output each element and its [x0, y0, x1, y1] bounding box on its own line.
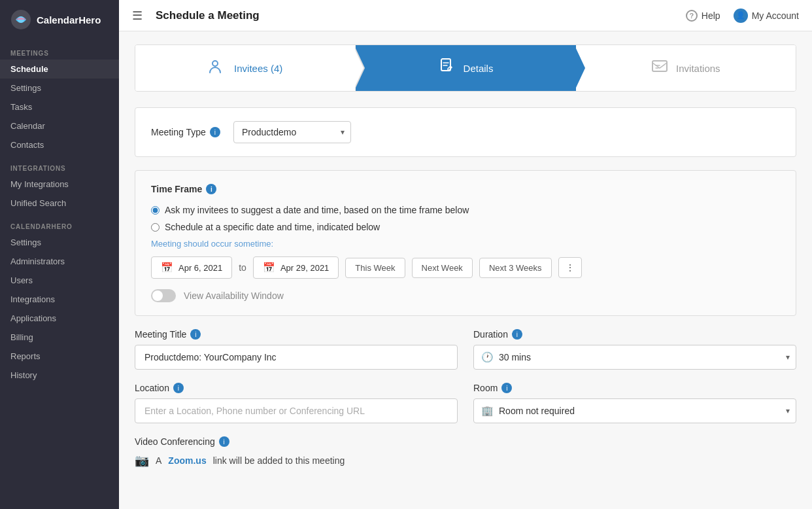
- sidebar-item-settings-meetings[interactable]: Settings: [0, 79, 119, 97]
- video-conferencing-title: Video Conferencing i: [135, 436, 796, 447]
- next-week-button[interactable]: Next Week: [412, 258, 473, 278]
- sidebar-section-calendarhero: CALENDARHERO: [0, 213, 119, 233]
- clock-icon: 🕐: [481, 351, 494, 363]
- account-button[interactable]: 👤 My Account: [734, 9, 799, 23]
- help-circle-icon: ?: [686, 10, 698, 22]
- title-duration-row: Meeting Title i Duration i 🕐 30 mins 15 …: [135, 329, 796, 370]
- sidebar-item-billing[interactable]: Billing: [0, 328, 119, 347]
- calendar-from-icon: 📅: [161, 262, 173, 273]
- duration-label: Duration i: [473, 329, 796, 340]
- meeting-occur-subtext: Meeting should occur sometime:: [151, 239, 780, 249]
- meeting-type-select[interactable]: Productdemo Sales Call Support: [233, 121, 351, 143]
- zoom-camera-icon: 📷: [135, 453, 149, 468]
- room-select-wrapper: 🏢 Room not required Conference Room A ▾: [473, 398, 796, 423]
- location-input[interactable]: [135, 398, 458, 423]
- menu-icon[interactable]: ☰: [132, 9, 143, 23]
- sidebar-item-reports[interactable]: Reports: [0, 347, 119, 366]
- account-icon: 👤: [734, 9, 748, 23]
- video-conferencing-section: Video Conferencing i 📷 A Zoom.us link wi…: [135, 436, 796, 468]
- sidebar-item-ch-integrations[interactable]: Integrations: [0, 290, 119, 309]
- more-options-button[interactable]: ⋮: [558, 257, 582, 278]
- sidebar-section-integrations: INTEGRATIONS: [0, 154, 119, 175]
- calendar-to-icon: 📅: [263, 262, 275, 273]
- help-button[interactable]: ? Help: [686, 10, 720, 22]
- date-from-button[interactable]: 📅 Apr 6, 2021: [151, 256, 232, 279]
- radio-suggest: Ask my invitees to suggest a date and ti…: [151, 205, 780, 215]
- meeting-type-select-wrapper: Productdemo Sales Call Support: [233, 121, 351, 143]
- timeframe-section: Time Frame i Ask my invitees to suggest …: [135, 170, 796, 316]
- main-area: ☰ Schedule a Meeting ? Help 👤 My Account: [119, 0, 812, 509]
- svg-rect-3: [441, 59, 450, 71]
- this-week-button[interactable]: This Week: [345, 258, 405, 278]
- account-label: My Account: [752, 10, 799, 21]
- zoom-link[interactable]: Zoom.us: [168, 455, 206, 466]
- meeting-type-row: Meeting Type i Productdemo Sales Call Su…: [135, 107, 796, 157]
- invitees-icon: [208, 57, 226, 79]
- location-label: Location i: [135, 383, 458, 393]
- zoom-text-prefix: A: [156, 455, 161, 466]
- sidebar-item-contacts[interactable]: Contacts: [0, 135, 119, 154]
- radio-suggest-label[interactable]: Ask my invitees to suggest a date and ti…: [165, 205, 469, 215]
- location-group: Location i: [135, 383, 458, 423]
- zoom-text-suffix: link will be added to this meeting: [213, 455, 345, 466]
- sidebar-item-users[interactable]: Users: [0, 271, 119, 290]
- timeframe-info-icon[interactable]: i: [206, 184, 216, 194]
- room-group: Room i 🏢 Room not required Conference Ro…: [473, 383, 796, 423]
- timeframe-title: Time Frame i: [151, 184, 780, 194]
- radio-suggest-input[interactable]: [151, 206, 160, 215]
- duration-select-wrapper: 🕐 30 mins 15 mins 45 mins 60 mins ▾: [473, 345, 796, 370]
- sidebar-section-meetings: MEETINGS: [0, 39, 119, 60]
- svg-point-2: [212, 61, 218, 66]
- location-info-icon[interactable]: i: [173, 383, 184, 393]
- location-room-row: Location i Room i 🏢 Room not required Co…: [135, 383, 796, 423]
- availability-toggle-label: View Availability Window: [184, 290, 284, 301]
- logo-icon: [10, 9, 31, 30]
- topbar-right: ? Help 👤 My Account: [686, 9, 799, 23]
- help-label: Help: [702, 10, 720, 21]
- duration-group: Duration i 🕐 30 mins 15 mins 45 mins 60 …: [473, 329, 796, 370]
- room-info-icon[interactable]: i: [501, 383, 512, 393]
- meeting-title-info-icon[interactable]: i: [190, 329, 201, 340]
- details-label: Details: [464, 63, 494, 74]
- room-label: Room i: [473, 383, 796, 393]
- duration-select[interactable]: 30 mins 15 mins 45 mins 60 mins: [473, 345, 796, 370]
- date-to-button[interactable]: 📅 Apr 29, 2021: [253, 256, 339, 279]
- date-range-row: 📅 Apr 6, 2021 to 📅 Apr 29, 2021 This Wee…: [151, 256, 780, 279]
- sidebar-item-tasks[interactable]: Tasks: [0, 97, 119, 116]
- availability-window-toggle-row: View Availability Window: [151, 289, 780, 302]
- radio-specific-input[interactable]: [151, 223, 160, 232]
- meeting-title-input[interactable]: [135, 345, 458, 370]
- meeting-title-label: Meeting Title i: [135, 329, 458, 340]
- next-3-weeks-button[interactable]: Next 3 Weeks: [479, 258, 552, 278]
- building-icon: 🏢: [481, 405, 494, 417]
- sidebar-item-ch-settings[interactable]: Settings: [0, 233, 119, 252]
- sidebar-item-history[interactable]: History: [0, 366, 119, 385]
- page-title: Schedule a Meeting: [156, 9, 675, 22]
- invitations-label: Invitations: [676, 63, 720, 74]
- duration-info-icon[interactable]: i: [512, 329, 522, 340]
- radio-specific: Schedule at a specific date and time, in…: [151, 222, 780, 232]
- availability-toggle[interactable]: [151, 289, 176, 302]
- sidebar-item-administrators[interactable]: Administrators: [0, 252, 119, 271]
- sidebar-item-schedule[interactable]: Schedule: [0, 60, 119, 79]
- wizard-steps: Invitees (4) Details: [135, 44, 796, 92]
- sidebar-item-my-integrations[interactable]: My Integrations: [0, 175, 119, 194]
- meeting-type-info-icon[interactable]: i: [210, 127, 220, 137]
- video-conferencing-info-icon[interactable]: i: [219, 436, 229, 447]
- sidebar-logo: CalendarHero: [0, 0, 119, 39]
- sidebar-item-applications[interactable]: Applications: [0, 309, 119, 328]
- radio-specific-label[interactable]: Schedule at a specific date and time, in…: [165, 222, 380, 232]
- wizard-step-invitees[interactable]: Invitees (4): [135, 45, 356, 91]
- wizard-step-details[interactable]: Details: [356, 45, 575, 91]
- svg-point-1: [18, 16, 24, 23]
- svg-rect-4: [652, 61, 667, 71]
- details-icon: [439, 58, 456, 79]
- invitees-label: Invitees (4): [234, 63, 282, 74]
- meeting-type-label: Meeting Type i: [151, 127, 223, 137]
- sidebar-item-calendar[interactable]: Calendar: [0, 116, 119, 135]
- wizard-step-invitations[interactable]: Invitations: [576, 45, 796, 91]
- invitations-icon: [651, 58, 668, 79]
- room-select[interactable]: Room not required Conference Room A: [473, 398, 796, 423]
- sidebar-item-unified-search[interactable]: Unified Search: [0, 194, 119, 213]
- logo-text: CalendarHero: [37, 14, 101, 26]
